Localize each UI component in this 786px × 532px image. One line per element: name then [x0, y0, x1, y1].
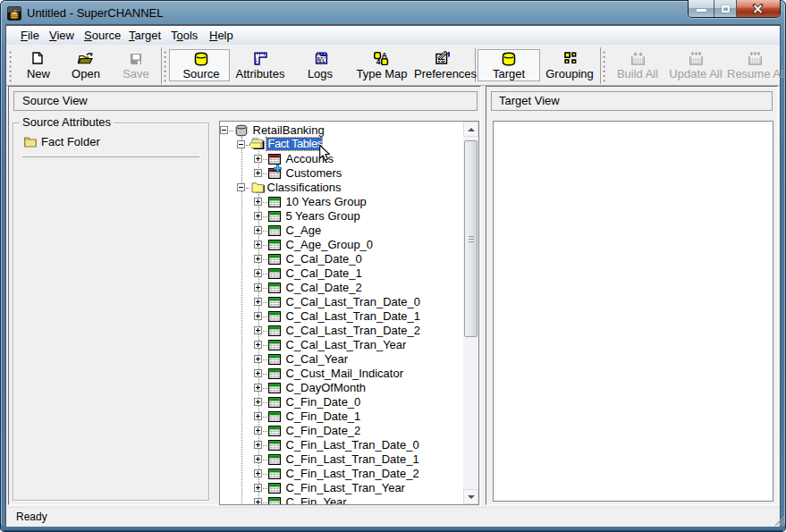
- svg-text:A: A: [382, 51, 387, 60]
- svg-text:4: 4: [376, 57, 381, 65]
